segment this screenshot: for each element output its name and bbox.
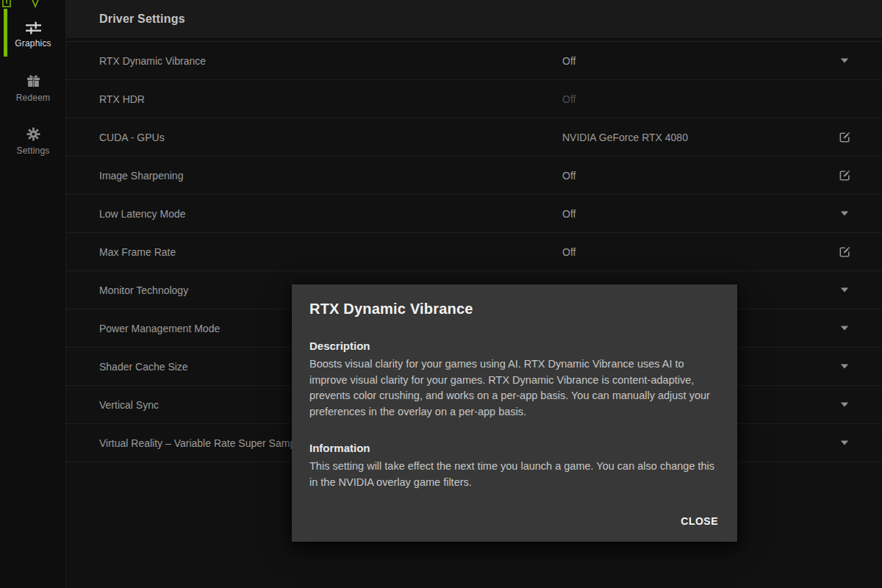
setting-value: Off (562, 208, 576, 220)
setting-control[interactable] (836, 58, 853, 63)
dropdown-caret-icon (840, 364, 849, 369)
setting-control[interactable] (836, 364, 853, 369)
close-button[interactable]: CLOSE (681, 515, 718, 527)
setting-label: Low Latency Mode (99, 208, 186, 220)
setting-control[interactable] (836, 245, 853, 258)
sidebar-item-label: Redeem (16, 93, 51, 103)
setting-value: Off (562, 93, 576, 105)
setting-label: Image Sharpening (99, 170, 183, 182)
gear-icon (26, 126, 41, 142)
description-text: Boosts visual clarity for your games usi… (309, 356, 720, 420)
page-header: Driver Settings (66, 0, 882, 39)
sidebar-item-label: Settings (17, 146, 50, 156)
nvidia-app-window: Graphics Redeem (0, 0, 882, 588)
dropdown-caret-icon (840, 402, 849, 407)
edit-icon (839, 131, 851, 143)
dropdown-caret-icon (840, 326, 849, 331)
setting-label: Monitor Technology (99, 284, 188, 296)
description-heading: Description (309, 340, 720, 352)
sidebar-item-graphics[interactable]: Graphics (0, 21, 66, 49)
dropdown-caret-icon (840, 58, 849, 63)
settings-row[interactable]: RTX HDROff (66, 80, 882, 118)
setting-label: RTX HDR (99, 93, 145, 105)
setting-control[interactable] (836, 326, 853, 331)
setting-control[interactable] (836, 287, 853, 293)
settings-row[interactable]: CUDA - GPUsNVIDIA GeForce RTX 4080 (66, 118, 882, 157)
sliders-icon (25, 21, 42, 35)
setting-control[interactable] (836, 131, 853, 143)
settings-row[interactable]: RTX Dynamic VibranceOff (66, 42, 882, 80)
setting-value: NVIDIA GeForce RTX 4080 (562, 132, 688, 143)
setting-value: Off (562, 246, 576, 258)
information-text: This setting will take effect the next t… (309, 459, 720, 490)
setting-value: Off (562, 55, 576, 67)
sidebar: Graphics Redeem (0, 0, 66, 588)
setting-label: Vertical Sync (99, 399, 159, 411)
setting-control[interactable] (836, 440, 853, 445)
dropdown-caret-icon (840, 287, 849, 293)
sidebar-item-label: Graphics (15, 38, 51, 49)
clipped-app-logo-icon[interactable] (2, 0, 11, 7)
page-title: Driver Settings (99, 12, 185, 26)
information-heading: Information (309, 442, 720, 454)
gift-icon (26, 74, 41, 89)
clipped-top-icon[interactable] (31, 0, 40, 9)
setting-label: Max Frame Rate (99, 246, 176, 258)
setting-control[interactable] (836, 169, 853, 182)
setting-label: Virtual Reality – Variable Rate Super Sa… (99, 437, 312, 449)
dropdown-caret-icon (840, 211, 849, 216)
settings-row[interactable]: Image SharpeningOff (66, 157, 882, 195)
setting-label: Shader Cache Size (99, 361, 188, 373)
setting-label: CUDA - GPUs (99, 132, 165, 143)
dropdown-caret-icon (840, 440, 849, 445)
setting-label: RTX Dynamic Vibrance (99, 55, 206, 67)
settings-row[interactable]: Low Latency ModeOff (66, 195, 882, 233)
setting-value: Off (562, 170, 576, 182)
setting-control[interactable] (836, 402, 853, 407)
setting-label: Power Management Mode (99, 323, 220, 334)
setting-control[interactable] (836, 211, 853, 216)
edit-icon (839, 169, 851, 182)
settings-row[interactable]: Max Frame RateOff (66, 233, 882, 271)
setting-info-dialog: RTX Dynamic Vibrance Description Boosts … (292, 284, 737, 542)
sidebar-item-redeem[interactable]: Redeem (0, 74, 66, 103)
sidebar-item-settings[interactable]: Settings (0, 126, 66, 156)
dialog-title: RTX Dynamic Vibrance (309, 301, 720, 318)
edit-icon (839, 245, 851, 258)
